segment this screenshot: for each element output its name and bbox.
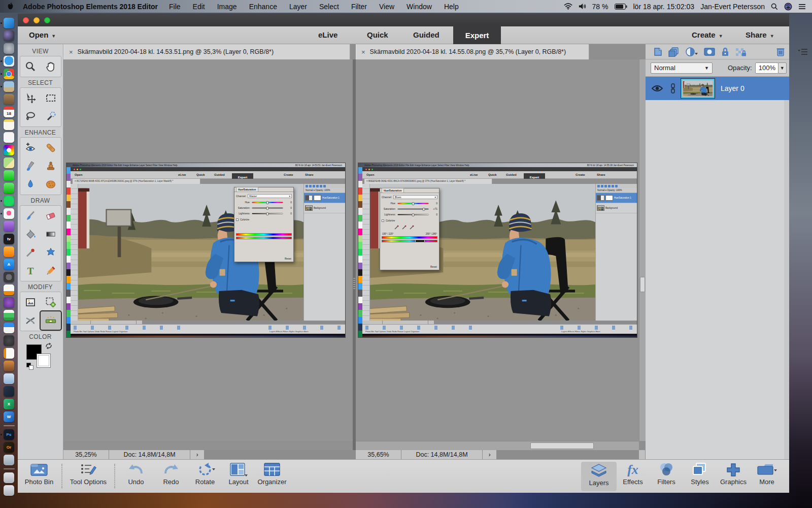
trash-icon[interactable] [4, 485, 14, 496]
tab-quick[interactable]: Quick [367, 30, 388, 39]
maps-icon[interactable] [4, 157, 14, 168]
delete-layer-icon[interactable] [776, 47, 785, 57]
menu-item[interactable]: Window [407, 3, 432, 11]
status-chevron-icon[interactable]: › [483, 450, 497, 459]
music-icon[interactable] [4, 208, 14, 219]
apple-menu-icon[interactable] [7, 3, 14, 10]
default-colors-icon[interactable] [29, 365, 33, 370]
close-icon[interactable]: × [69, 48, 73, 56]
layer-name[interactable]: Layer 0 [721, 84, 745, 92]
move-tool[interactable] [20, 89, 41, 107]
crop-tool[interactable] [20, 293, 41, 311]
sponge-tool[interactable] [41, 175, 61, 194]
apple-tv-icon[interactable]: tv [4, 234, 14, 244]
notes-icon[interactable] [4, 119, 14, 130]
tab-guided[interactable]: Guided [413, 30, 439, 39]
graphics-button[interactable]: Graphics [716, 462, 751, 486]
open-button[interactable]: Open▼ [29, 30, 56, 39]
imovie-icon[interactable] [4, 297, 14, 308]
panel-menu-icon[interactable] [798, 48, 808, 55]
zoom-window-button[interactable] [44, 17, 50, 23]
menu-item[interactable]: View [379, 3, 394, 11]
adjustment-layer-icon[interactable] [685, 47, 698, 57]
photo-bin-button[interactable]: Photo Bin [21, 462, 57, 486]
menu-item[interactable]: Layer [289, 3, 307, 11]
custom-shape-tool[interactable] [41, 243, 61, 262]
safari-icon[interactable] [4, 56, 14, 67]
layers-button[interactable]: Layers [581, 462, 617, 491]
scrollbar-thumb[interactable] [640, 277, 645, 292]
menu-item[interactable]: Image [217, 3, 237, 11]
volume-icon[interactable] [579, 3, 586, 10]
vertical-scrollbar[interactable] [639, 59, 646, 441]
organizer-button[interactable]: Organizer [254, 462, 290, 486]
pages-icon[interactable] [4, 284, 14, 295]
tab-expert[interactable]: Expert [453, 26, 501, 44]
smart-brush-tool[interactable] [20, 157, 41, 175]
zoom-tool[interactable] [20, 57, 41, 76]
link-layer-icon[interactable] [670, 83, 676, 93]
pencil-tool[interactable] [41, 262, 61, 280]
photos-icon[interactable] [4, 145, 14, 155]
eraser-tool[interactable] [41, 207, 61, 225]
menu-item[interactable]: Filter [351, 3, 367, 11]
tool-options-button[interactable]: Tool Options [66, 462, 110, 486]
textedit-icon[interactable] [4, 348, 14, 359]
scrollbar-thumb[interactable] [530, 442, 594, 449]
gradient-tool[interactable] [41, 225, 61, 243]
blend-mode-dropdown[interactable]: Normal▼ [651, 62, 713, 74]
installer-icon[interactable] [4, 472, 14, 483]
cookie-cutter-tool[interactable] [41, 293, 61, 311]
system-preferences-icon[interactable] [4, 272, 14, 282]
garageband-icon[interactable] [4, 335, 14, 346]
document-pane-2[interactable]: Adobe Photoshop Elements 2018 Editor Fil… [356, 59, 639, 441]
siri-icon[interactable] [4, 30, 14, 41]
opacity-dropdown-button[interactable]: ▼ [778, 62, 787, 74]
photo-editor-icon[interactable] [4, 373, 14, 384]
menu-item[interactable]: Edit [193, 3, 205, 11]
layer-visibility-eye-icon[interactable] [652, 85, 663, 92]
spotlight-icon[interactable] [771, 3, 778, 10]
lock-all-icon[interactable] [721, 47, 730, 57]
organizer-dark-icon[interactable] [4, 386, 14, 397]
preview-icon[interactable] [4, 81, 14, 92]
books-icon[interactable] [4, 246, 14, 257]
dock-separator[interactable] [4, 425, 15, 426]
wifi-icon[interactable] [564, 3, 572, 10]
horizontal-scrollbar[interactable] [356, 441, 639, 450]
chrome-icon[interactable] [4, 69, 14, 79]
undo-button[interactable]: Undo [118, 462, 154, 486]
share-button[interactable]: Share▼ [746, 30, 774, 39]
new-layer-icon[interactable] [653, 47, 663, 57]
messages-icon[interactable] [4, 170, 14, 181]
elements-organizer-icon[interactable]: Or [4, 442, 14, 453]
keynote-icon[interactable] [4, 323, 14, 333]
swap-colors-icon[interactable] [45, 342, 53, 350]
podcasts-icon[interactable] [4, 221, 14, 232]
document-pane-1[interactable]: Adobe Photoshop Elements 2018 Editor Fil… [63, 59, 353, 441]
minimize-window-button[interactable] [33, 17, 40, 23]
screenshot-stack-icon[interactable] [4, 455, 14, 465]
redo-button[interactable]: Redo [153, 462, 189, 486]
zoom-level-1[interactable]: 35,25% [63, 450, 109, 459]
opacity-field[interactable]: 100% [755, 62, 779, 74]
app-menu-title[interactable]: Adobe Photoshop Elements 2018 Editor [23, 3, 158, 11]
create-button[interactable]: Create▼ [692, 30, 723, 39]
siri-icon[interactable] [784, 3, 792, 11]
filters-button[interactable]: Filters [649, 462, 684, 486]
document-tab-2[interactable]: ×Skärmavbild 2020-04-18 kl. 14.55.08.png… [356, 44, 589, 59]
spotify-icon[interactable] [4, 196, 14, 206]
layer-mask-icon[interactable] [704, 47, 715, 57]
menu-item[interactable]: Help [444, 3, 459, 11]
tab-elive[interactable]: eLive [318, 30, 337, 39]
document-tab-1[interactable]: ×Skärmavbild 2020-04-18 kl. 14.53.51.png… [63, 44, 350, 59]
doc-size-2[interactable]: Doc: 14,8M/14,8M [401, 450, 483, 459]
red-eye-removal-tool[interactable] [20, 139, 41, 157]
launchpad-icon[interactable] [4, 43, 14, 54]
recompose-tool[interactable] [20, 311, 41, 330]
layout-button[interactable]: Layout [221, 462, 256, 486]
menubar-clock[interactable]: lör 18 apr. 15:02:03 [633, 3, 695, 11]
brush-tool[interactable] [20, 207, 41, 225]
background-color-swatch[interactable] [37, 354, 51, 368]
blur-tool[interactable] [20, 175, 41, 194]
